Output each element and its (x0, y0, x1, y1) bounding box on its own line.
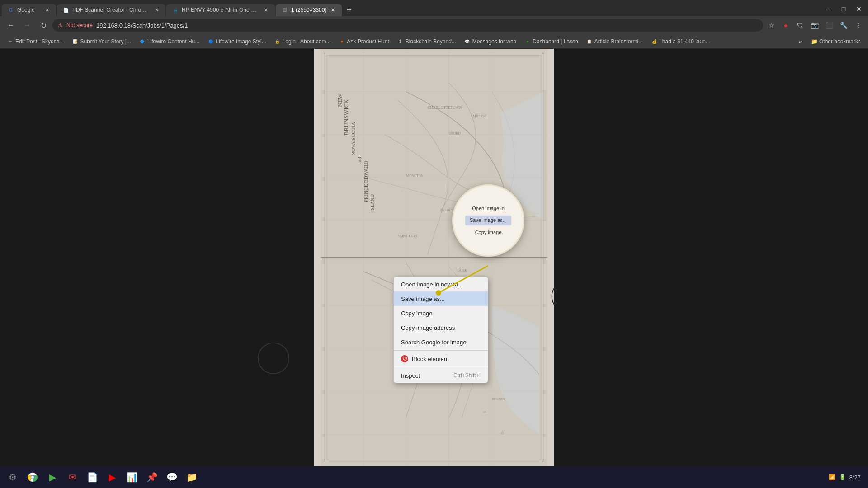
taskbar-gmail-btn[interactable]: ✉ (63, 468, 81, 486)
ext-btn-4[interactable]: 🔧 (837, 19, 850, 32)
bm-lifewire-style-label: Lifewire Image Styl... (216, 38, 266, 45)
map-magnify-circle (258, 343, 289, 374)
bm-edit-post-label: Edit Post · Skyose – (15, 38, 64, 45)
bookmark-had-1440[interactable]: 💰 I had a $1,440 laun... (647, 36, 714, 47)
tab-bar: G Google ✕ 📄 PDF Scanner Creator - Chrom… (0, 0, 868, 16)
bm-article-label: Article Brainstormi... (594, 38, 643, 45)
bookmark-blockchain-beyond[interactable]: ₿ Blockchain Beyond... (394, 36, 460, 47)
bm-lifewire-content-favicon: 🔷 (139, 38, 146, 45)
context-menu-item-block-element[interactable]: 🛡 Block element (394, 352, 488, 366)
tab-google-close[interactable]: ✕ (43, 6, 51, 14)
tab-pdf-close[interactable]: ✕ (153, 6, 160, 14)
open-image-label: Open image in new ta... (401, 281, 463, 288)
bookmark-login-aboutcom[interactable]: 🔒 Login - About.com... (271, 36, 335, 47)
svg-text:EDWARD: EDWARD (492, 397, 505, 400)
tab-google-favicon: G (7, 6, 14, 14)
svg-point-44 (31, 476, 34, 479)
bm-messages-label: Messages for web (472, 38, 516, 45)
ext-more[interactable]: ⋮ (852, 19, 864, 32)
svg-text:PRINCE EDWARD: PRINCE EDWARD (363, 161, 368, 202)
tab-hp-envy[interactable]: 🖨 HP ENVY 4500 e-All-in-One Pri... ✕ (166, 4, 275, 16)
taskbar-messages-btn[interactable]: 💬 (163, 468, 181, 486)
bookmark-lifewire-content[interactable]: 🔷 Lifewire Content Hu... (136, 36, 203, 47)
ext-btn-1[interactable]: 🛡 (794, 19, 807, 32)
taskbar-status: 📶 🔋 8:27 (829, 474, 864, 481)
svg-text:15: 15 (500, 431, 504, 435)
tab-hp-close[interactable]: ✕ (262, 6, 269, 14)
reload-button[interactable]: ↻ (36, 18, 51, 33)
new-tab-button[interactable]: + (343, 4, 355, 16)
tab-scan-label: 1 (2550×3300) (291, 7, 326, 13)
bm-submit-story-favicon: 📝 (72, 38, 78, 45)
taskbar-docs-btn[interactable]: 📄 (83, 468, 101, 486)
copy-image-address-label: Copy image address (401, 324, 455, 331)
taskbar-play-store-btn[interactable]: ▶ (43, 468, 61, 486)
window-controls: ─ □ ✕ (821, 2, 866, 16)
address-bar[interactable]: ⚠ Not secure 192.168.0.18/Scan/Jobs/1/Pa… (52, 19, 763, 32)
bookmark-ask-product-hunt[interactable]: ● Ask Product Hunt (335, 36, 392, 47)
tab-google[interactable]: G Google ✕ (2, 4, 56, 16)
close-button[interactable]: ✕ (852, 2, 866, 16)
context-menu-item-search-google[interactable]: Search Google for image (394, 335, 488, 349)
svg-text:GORE: GORE (458, 268, 467, 272)
tab-scan-close[interactable]: ✕ (329, 6, 336, 14)
ext-btn-2[interactable]: 📷 (808, 19, 821, 32)
bookmark-submit-story[interactable]: 📝 Submit Your Story |... (68, 36, 135, 47)
nav-extensions: ☆ ● 🛡 📷 ⬛ 🔧 ⋮ (765, 19, 864, 32)
security-label: Not secure (66, 22, 93, 28)
bm-blockchain-favicon: ₿ (397, 38, 404, 45)
bubble-line-2: Save image as... (465, 216, 511, 225)
tab-hp-favicon: 🖨 (172, 6, 179, 14)
svg-text:and: and (358, 157, 362, 163)
taskbar-files-btn[interactable]: 📁 (183, 468, 201, 486)
forward-button[interactable]: → (20, 18, 34, 33)
bookmarks-overflow: » 📁 Other bookmarks (795, 36, 864, 47)
bookmark-edit-post[interactable]: ✏ Edit Post · Skyose – (4, 36, 67, 47)
bookmark-messages-for-web[interactable]: 💬 Messages for web (461, 36, 520, 47)
context-menu-item-inspect[interactable]: Inspect Ctrl+Shift+I (394, 368, 488, 383)
minimize-button[interactable]: ─ (821, 2, 835, 16)
bookmark-article-brainstorm[interactable]: 📋 Article Brainstormi... (583, 36, 646, 47)
bm-blockchain-label: Blockchain Beyond... (406, 38, 456, 45)
browser-chrome: G Google ✕ 📄 PDF Scanner Creator - Chrom… (0, 0, 868, 49)
bm-ask-ph-label: Ask Product Hunt (347, 38, 389, 45)
taskbar-sheets-btn[interactable]: 📊 (123, 468, 141, 486)
bookmark-dashboard-lasso[interactable]: ● Dashboard | Lasso (521, 36, 582, 47)
bookmark-star[interactable]: ☆ (765, 19, 778, 32)
svg-text:NEW: NEW (336, 93, 343, 107)
context-menu-separator (394, 350, 488, 351)
tab-scan[interactable]: 🖼 1 (2550×3300) ✕ (276, 4, 342, 16)
bm-dashboard-favicon: ● (524, 38, 531, 45)
context-menu-item-copy-image-address[interactable]: Copy image address (394, 320, 488, 335)
bookmarks-folder[interactable]: 📁 Other bookmarks (807, 36, 864, 47)
bm-had1440-favicon: 💰 (651, 38, 657, 45)
svg-text:IS...: IS... (483, 410, 488, 413)
taskbar-time: 8:27 (849, 474, 861, 481)
taskbar-power-btn[interactable]: ⚙ (4, 468, 22, 486)
taskbar: ⚙ ▶ ✉ 📄 ▶ 📊 📌 💬 📁 📶 🔋 8:27 (0, 466, 868, 488)
ext-lastpass[interactable]: ● (779, 19, 792, 32)
bookmarks-more-button[interactable]: » (795, 36, 806, 47)
taskbar-keep-btn[interactable]: 📌 (143, 468, 161, 486)
nav-bar: ← → ↻ ⚠ Not secure 192.168.0.18/Scan/Job… (0, 16, 868, 34)
tab-hp-label: HP ENVY 4500 e-All-in-One Pri... (182, 7, 259, 13)
chrome-icon (27, 472, 38, 483)
bm-lifewire-content-label: Lifewire Content Hu... (147, 38, 199, 45)
block-element-icon: 🛡 (401, 355, 408, 362)
search-google-label: Search Google for image (401, 339, 467, 346)
tab-pdf-scanner[interactable]: 📄 PDF Scanner Creator - Chrome... ✕ (57, 4, 165, 16)
svg-point-11 (552, 282, 554, 311)
bookmark-lifewire-style[interactable]: 🔵 Lifewire Image Styl... (204, 36, 269, 47)
maximize-button[interactable]: □ (836, 2, 851, 16)
taskbar-chrome-btn[interactable] (24, 468, 42, 486)
bm-messages-favicon: 💬 (464, 38, 471, 45)
address-text: 192.168.0.18/Scan/Jobs/1/Pages/1 (96, 22, 188, 29)
context-menu-item-copy-image[interactable]: Copy image (394, 306, 488, 320)
taskbar-youtube-btn[interactable]: ▶ (103, 468, 121, 486)
back-button[interactable]: ← (4, 18, 18, 33)
context-menu-item-save-image[interactable]: Save image as... (394, 291, 488, 306)
ext-btn-3[interactable]: ⬛ (823, 19, 835, 32)
bubble-line-1: Open image in (468, 203, 508, 214)
context-menu-item-open-image[interactable]: Open image in new ta... (394, 277, 488, 291)
bm-ask-ph-favicon: ● (339, 38, 345, 45)
